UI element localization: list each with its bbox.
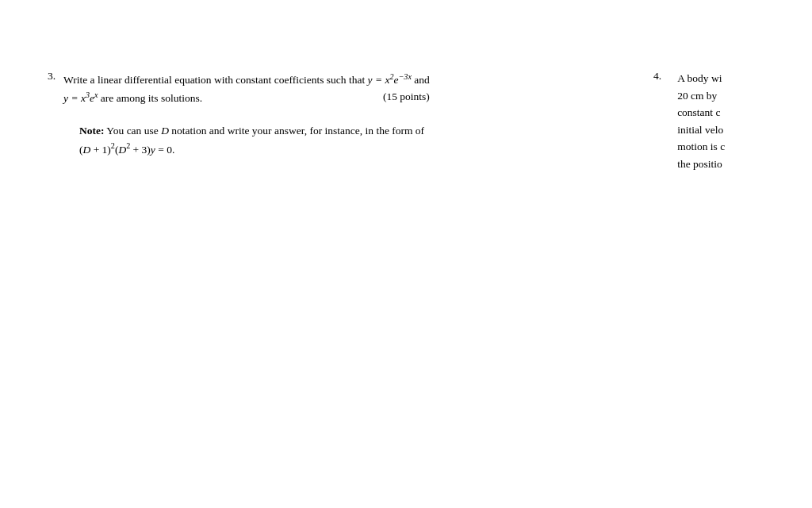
note-line2: (D + 1)2(D2 + 3)y = 0. xyxy=(79,140,430,158)
question-4-body: A body wi 20 cm by constant c initial ve… xyxy=(677,70,725,173)
q4-line6: the positio xyxy=(677,156,725,173)
math-y1: y = x2e−3x xyxy=(368,74,412,86)
question-3-body: Write a linear differential equation wit… xyxy=(63,70,430,158)
question-3-lines: Write a linear differential equation wit… xyxy=(63,70,430,106)
question-3-note: Note: You can use D notation and write y… xyxy=(79,122,430,158)
question-3: 3. Write a linear differential equation … xyxy=(48,70,539,158)
question-4-container: 4. A body wi 20 cm by constant c initial… xyxy=(653,70,812,173)
q4-line2: 20 cm by xyxy=(677,87,725,105)
question-3-first-lines: Write a linear differential equation wit… xyxy=(63,70,430,106)
page-content: 3. Write a linear differential equation … xyxy=(0,0,812,508)
question-3-line1: Write a linear differential equation wit… xyxy=(63,70,430,88)
q4-line1: A body wi xyxy=(677,70,725,87)
question-3-line2: y = x3ex are among its solutions. (15 po… xyxy=(63,88,430,106)
q4-line3: constant c xyxy=(677,104,725,121)
question-3-number: 3. xyxy=(48,70,56,83)
q4-line4: initial velo xyxy=(677,121,725,139)
question-4-number: 4. xyxy=(653,70,661,83)
question-3-text-block: Write a linear differential equation wit… xyxy=(63,70,430,106)
question-3-points: (15 points) xyxy=(383,88,430,106)
note-line1: Note: You can use D notation and write y… xyxy=(79,122,430,140)
question-3-line2-text: y = x3ex are among its solutions. xyxy=(63,88,202,106)
q4-line5: motion is c xyxy=(677,138,725,156)
question-4: 4. A body wi 20 cm by constant c initial… xyxy=(653,70,812,173)
note-label: Note: xyxy=(79,125,104,137)
